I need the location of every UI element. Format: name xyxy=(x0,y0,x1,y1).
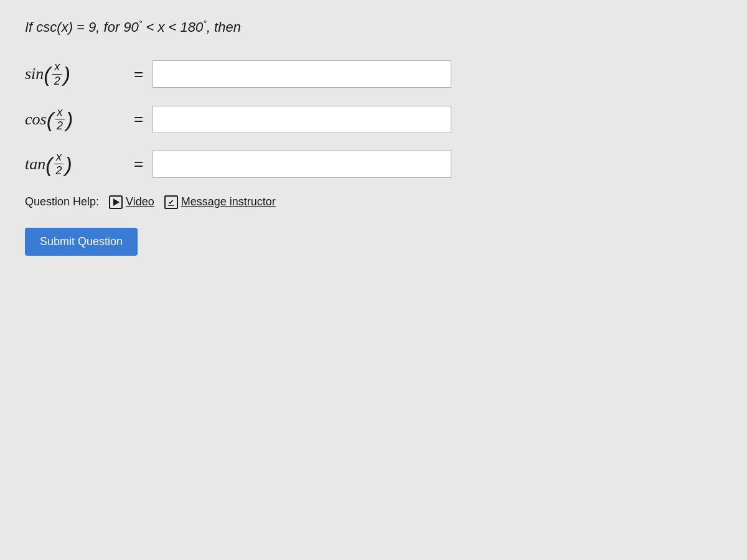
message-label: Message instructor xyxy=(181,195,276,208)
video-icon xyxy=(109,195,123,209)
tan-equals: = xyxy=(134,154,143,174)
submit-button[interactable]: Submit Question xyxy=(25,228,138,256)
tan-row: tan ( x 2 ) = xyxy=(25,151,722,178)
cos-equals: = xyxy=(134,110,143,129)
video-label: Video xyxy=(126,195,154,208)
cos-label: cos ( x 2 ) xyxy=(25,106,125,133)
sin-label: sin ( x 2 ) xyxy=(25,60,125,88)
message-link[interactable]: Message instructor xyxy=(164,195,276,209)
sin-row: sin ( x 2 ) = xyxy=(25,60,722,88)
sin-input[interactable] xyxy=(153,60,451,88)
main-container: If csc(x) = 9, for 90° < x < 180°, then … xyxy=(0,0,747,560)
cos-row: cos ( x 2 ) = xyxy=(25,106,722,133)
message-icon xyxy=(164,195,178,209)
help-row: Question Help: Video Message instructor xyxy=(25,195,722,209)
tan-input[interactable] xyxy=(153,151,451,178)
question-statement: If csc(x) = 9, for 90° < x < 180°, then xyxy=(25,19,722,35)
help-label: Question Help: xyxy=(25,195,99,208)
cos-input[interactable] xyxy=(153,106,451,133)
sin-equals: = xyxy=(134,65,143,84)
video-link[interactable]: Video xyxy=(109,195,154,209)
tan-label: tan ( x 2 ) xyxy=(25,151,125,178)
